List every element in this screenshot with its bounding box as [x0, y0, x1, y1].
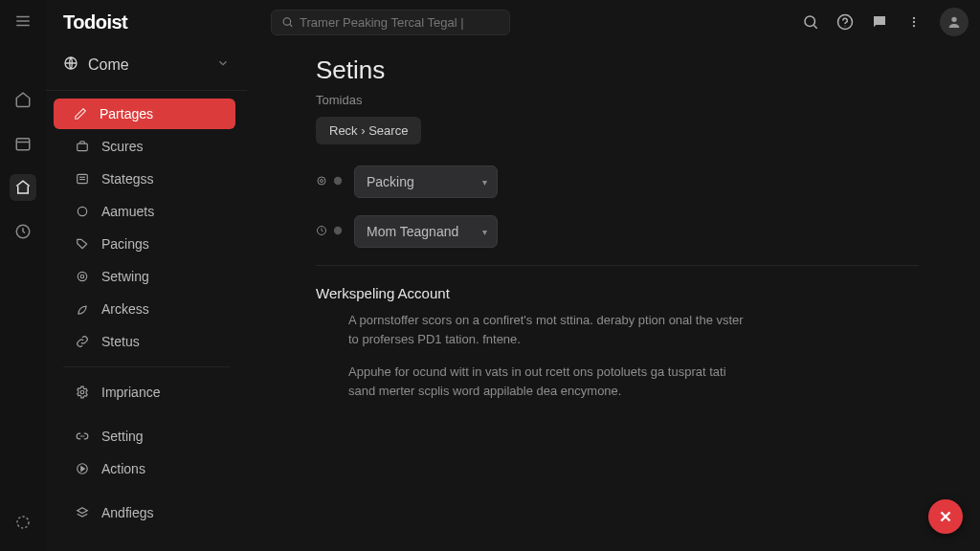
chevron-down-icon: [216, 56, 230, 74]
sidebar-item-label: Stategss: [101, 171, 153, 187]
avatar[interactable]: [940, 8, 969, 36]
section-title: Werkspeling Account: [316, 285, 944, 301]
sidebar: Come Partages Scures Stategss Aamuets Pa…: [46, 0, 247, 551]
section-desc-2: Appuhe for ocund witt in vats in out rce…: [348, 363, 750, 401]
chevron-down-icon: ▾: [482, 227, 487, 237]
sidebar-item-setwing[interactable]: Setwing: [56, 261, 237, 292]
header: Todoist: [46, 0, 980, 44]
sidebar-item-pacings[interactable]: Pacings: [56, 229, 237, 259]
sidebar-item-aamuets[interactable]: Aamuets: [56, 196, 237, 227]
home-icon[interactable]: [10, 86, 36, 113]
svg-point-31: [334, 177, 342, 185]
svg-point-30: [321, 179, 323, 182]
globe-icon: [63, 55, 78, 75]
svg-point-15: [913, 25, 915, 27]
sidebar-item-label: Pacings: [101, 236, 149, 252]
sidebar-item-label: Scures: [101, 139, 144, 154]
sidebar-item-actions[interactable]: Actions: [56, 453, 237, 484]
briefcase-icon: [75, 139, 90, 154]
search-input[interactable]: [300, 15, 500, 30]
svg-point-9: [805, 16, 815, 27]
sidebar-item-stetus[interactable]: Stetus: [56, 326, 237, 357]
menu-icon[interactable]: [10, 8, 36, 34]
svg-point-29: [318, 177, 325, 185]
svg-point-23: [78, 272, 86, 280]
sidebar-item-label: Andfiegs: [101, 505, 153, 520]
gear-icon: [75, 385, 90, 400]
workspace-switcher[interactable]: Come: [46, 48, 247, 82]
chat-icon[interactable]: [871, 13, 888, 31]
close-icon: [937, 508, 954, 525]
sidebar-item-label: Impriance: [101, 385, 160, 400]
link-icon: [75, 334, 90, 349]
svg-point-22: [78, 207, 86, 215]
source-button[interactable]: Reck › Searce: [316, 117, 421, 144]
help-icon[interactable]: [836, 13, 854, 31]
svg-marker-28: [78, 508, 88, 514]
sidebar-item-impriance[interactable]: Impriance: [56, 377, 237, 408]
section-desc-1: A pornstoffer scors on a confiret's mot …: [348, 311, 750, 349]
svg-point-6: [17, 517, 29, 528]
divider: [63, 366, 230, 367]
divider: [316, 265, 919, 266]
svg-line-8: [290, 24, 292, 26]
select-value: Mom Teagnand: [367, 224, 458, 239]
svg-rect-3: [16, 139, 30, 150]
sidebar-item-andfiegs[interactable]: Andfiegs: [56, 497, 237, 528]
page-title: Setins: [316, 55, 944, 85]
sidebar-item-label: Aamuets: [101, 204, 154, 219]
sidebar-item-label: Setwing: [101, 269, 149, 284]
svg-point-33: [334, 227, 342, 234]
svg-point-7: [283, 18, 290, 25]
form-row-packing: Packing ▾: [316, 165, 944, 198]
svg-point-11: [838, 15, 853, 30]
svg-point-16: [951, 17, 956, 22]
sidebar-item-label: Setting: [101, 429, 144, 444]
sidebar-item-arckess[interactable]: Arckess: [56, 294, 237, 324]
info-icon: [333, 225, 343, 238]
clock-icon[interactable]: [10, 218, 36, 245]
header-search-icon[interactable]: [802, 13, 819, 31]
list-icon: [75, 171, 90, 187]
clock-icon: [316, 225, 327, 239]
calendar-icon[interactable]: [10, 130, 36, 157]
svg-marker-27: [81, 467, 85, 472]
search-icon: [281, 15, 294, 29]
more-icon[interactable]: [905, 13, 923, 31]
form-row-teagnand: Mom Teagnand ▾: [316, 215, 944, 248]
box-icon[interactable]: [10, 174, 36, 201]
close-fab[interactable]: [928, 499, 963, 534]
sidebar-item-scures[interactable]: Scures: [56, 131, 237, 162]
sidebar-item-label: Actions: [101, 461, 145, 476]
target-icon: [316, 175, 327, 189]
sidebar-item-setting[interactable]: Setting: [56, 421, 237, 452]
divider: [46, 90, 247, 91]
link2-icon: [75, 429, 90, 444]
chevron-down-icon: ▾: [482, 177, 487, 187]
play-icon: [75, 461, 90, 476]
select-value: Packing: [367, 174, 414, 189]
sidebar-item-label: Partages: [100, 106, 153, 121]
workspace-label: Come: [88, 56, 129, 74]
sidebar-item-stategss[interactable]: Stategss: [56, 164, 237, 194]
leaf-icon: [75, 301, 90, 317]
brand-logo: Todoist: [63, 11, 127, 33]
sidebar-item-partages[interactable]: Partages: [54, 99, 235, 129]
info-icon: [333, 175, 343, 188]
svg-line-10: [813, 25, 816, 28]
tag-icon: [75, 236, 90, 252]
search-box[interactable]: [271, 10, 510, 35]
sidebar-item-label: Arckess: [101, 301, 149, 317]
sync-icon[interactable]: [10, 509, 36, 536]
nav-rail: [0, 0, 46, 551]
subtitle: Tomidas: [316, 93, 944, 107]
teagnand-select[interactable]: Mom Teagnand ▾: [354, 215, 498, 248]
svg-rect-18: [78, 143, 88, 151]
stack-icon: [75, 505, 90, 520]
packing-select[interactable]: Packing ▾: [354, 165, 498, 198]
svg-point-14: [913, 21, 915, 23]
circle-icon: [75, 204, 90, 219]
svg-point-24: [80, 275, 84, 278]
svg-point-25: [80, 390, 84, 394]
ring-icon: [75, 269, 90, 284]
